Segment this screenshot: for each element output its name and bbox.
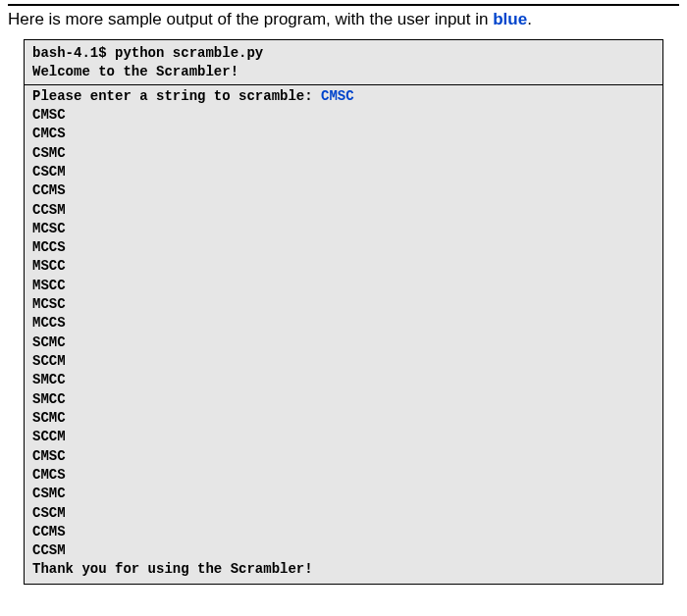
output-line: MCSC <box>32 220 655 238</box>
terminal-prompt: Please enter a string to scramble: <box>32 88 321 104</box>
terminal-divider <box>25 84 662 85</box>
output-line: MCCS <box>32 238 655 257</box>
output-line: CMCS <box>32 125 655 143</box>
output-line: CCSM <box>32 541 655 560</box>
output-line: SCCM <box>32 352 655 371</box>
output-line: CCSM <box>32 201 655 220</box>
output-line: SMCC <box>32 371 655 389</box>
output-line: MCSC <box>32 295 655 314</box>
intro-paragraph: Here is more sample output of the progra… <box>0 6 687 39</box>
output-line: CMSC <box>32 106 655 125</box>
terminal-user-input: CMSC <box>321 88 354 104</box>
terminal-thanks: Thank you for using the Scrambler! <box>32 560 655 579</box>
intro-suffix: . <box>527 10 532 28</box>
terminal-command: bash-4.1$ python scramble.py <box>32 44 655 63</box>
intro-highlight: blue <box>493 10 527 28</box>
output-line: SCMC <box>32 334 655 352</box>
output-line: CMCS <box>32 466 655 485</box>
output-line: SCMC <box>32 409 655 428</box>
output-line: CSCM <box>32 504 655 523</box>
output-line: CCMS <box>32 523 655 541</box>
output-line: CSMC <box>32 144 655 163</box>
terminal-welcome: Welcome to the Scrambler! <box>32 63 655 81</box>
output-line: SMCC <box>32 390 655 409</box>
output-line: CCMS <box>32 181 655 200</box>
output-line: CSMC <box>32 485 655 503</box>
output-line: MSCC <box>32 257 655 276</box>
output-line: CSCM <box>32 163 655 181</box>
output-line: SCCM <box>32 428 655 446</box>
output-line: MCCS <box>32 314 655 333</box>
terminal-prompt-line: Please enter a string to scramble: CMSC <box>32 87 655 106</box>
output-line: MSCC <box>32 277 655 295</box>
terminal-output: bash-4.1$ python scramble.py Welcome to … <box>24 39 663 585</box>
intro-prefix: Here is more sample output of the progra… <box>8 10 493 28</box>
output-line: CMSC <box>32 447 655 466</box>
